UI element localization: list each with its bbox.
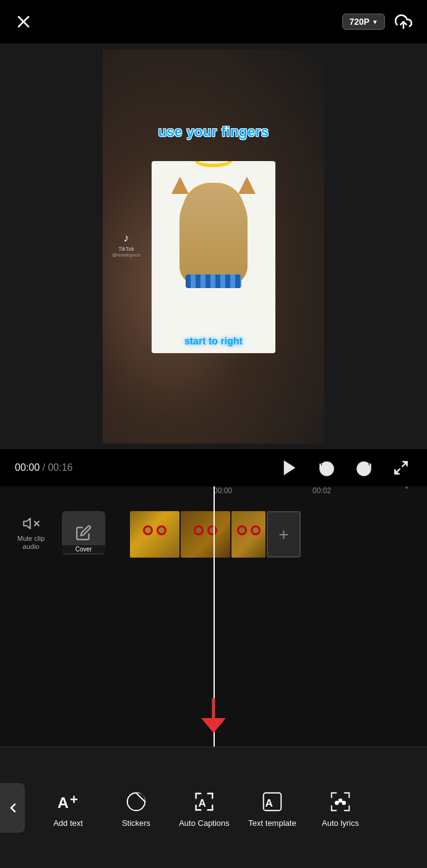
stickers-icon xyxy=(124,790,148,813)
left-panel: Mute clipaudio Cover xyxy=(0,511,124,555)
tiktok-logo-icon: ♪ xyxy=(123,232,129,245)
auto-lyrics-button[interactable]: Auto lyrics xyxy=(306,747,374,868)
text-template-label: Text template xyxy=(248,818,296,828)
cat-scarf xyxy=(186,274,241,288)
cat-container: start to right xyxy=(152,161,275,353)
text-template-button[interactable]: A Text template xyxy=(238,747,306,868)
toolbar-items: A Add text Stickers xyxy=(0,747,427,868)
halo-decoration xyxy=(195,161,232,167)
ruler-mark-2 xyxy=(405,486,408,489)
cat-ear-left xyxy=(171,177,189,194)
collapse-panel-button[interactable] xyxy=(0,783,25,833)
playback-bar: 00:00 / 00:16 xyxy=(0,449,427,486)
red-arrow-indicator xyxy=(201,698,226,738)
svg-text:A: A xyxy=(265,797,273,809)
play-button[interactable] xyxy=(278,457,301,479)
time-display: 00:00 / 00:16 xyxy=(15,462,72,473)
clips-track: + xyxy=(130,511,301,558)
bottom-toolbar: A Add text Stickers xyxy=(0,747,427,868)
auto-lyrics-label: Auto lyrics xyxy=(322,818,359,828)
fullscreen-button[interactable] xyxy=(390,457,412,479)
undo-button[interactable] xyxy=(316,457,338,479)
top-right-controls: 720P ▼ xyxy=(342,11,415,33)
playback-controls xyxy=(278,457,412,479)
cat-ear-right xyxy=(238,177,256,194)
mute-clip-audio-button[interactable]: Mute clipaudio xyxy=(6,515,56,551)
svg-marker-10 xyxy=(201,718,226,733)
cover-button[interactable]: Cover xyxy=(62,511,105,555)
top-bar: 720P ▼ xyxy=(0,0,427,43)
redo-button[interactable] xyxy=(353,457,375,479)
cat-body xyxy=(179,186,248,285)
clip-thumbnail-2[interactable] xyxy=(181,511,230,558)
clip-thumbnail-3[interactable] xyxy=(231,511,265,558)
auto-captions-icon: A xyxy=(192,790,216,813)
export-button[interactable] xyxy=(392,11,415,33)
quality-selector[interactable]: 720P ▼ xyxy=(342,14,385,30)
cover-label: Cover xyxy=(62,545,105,553)
auto-captions-button[interactable]: A Auto Captions xyxy=(170,747,238,868)
add-text-label: Add text xyxy=(53,818,83,828)
ruler-mark-0: 00:00 xyxy=(214,486,232,498)
start-to-right-overlay: start to right xyxy=(184,336,243,347)
clip-thumbnail-1[interactable] xyxy=(130,511,179,558)
stickers-label: Stickers xyxy=(122,818,150,828)
svg-marker-3 xyxy=(284,460,296,475)
tiktok-watermark: ♪ TikTok @rossicyoco xyxy=(112,232,140,258)
svg-marker-6 xyxy=(24,519,30,528)
video-frame: use your fingers xyxy=(103,50,324,444)
svg-text:A: A xyxy=(58,794,69,811)
text-template-icon: A xyxy=(261,790,284,813)
add-clip-button[interactable]: + xyxy=(267,511,301,558)
cat-illustration xyxy=(164,173,263,310)
add-text-icon: A xyxy=(56,790,80,813)
auto-captions-label: Auto Captions xyxy=(179,818,230,828)
svg-text:A: A xyxy=(199,797,206,809)
mute-label: Mute clipaudio xyxy=(17,535,45,551)
add-text-button[interactable]: A Add text xyxy=(34,747,102,868)
stickers-button[interactable]: Stickers xyxy=(102,747,170,868)
auto-lyrics-icon xyxy=(329,790,352,813)
video-preview: use your fingers xyxy=(0,43,427,449)
use-fingers-overlay: use your fingers xyxy=(158,124,269,140)
ruler-mark-1: 00:02 xyxy=(313,486,331,498)
close-button[interactable] xyxy=(12,11,35,33)
